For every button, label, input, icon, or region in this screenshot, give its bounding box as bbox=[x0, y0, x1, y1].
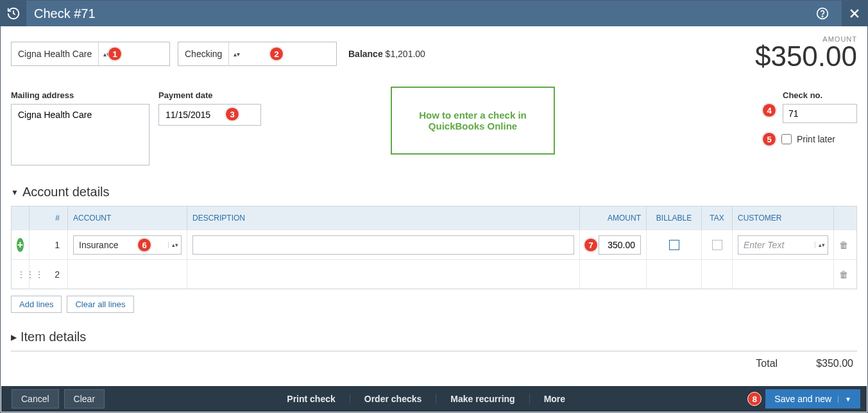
history-icon[interactable] bbox=[1, 1, 26, 26]
annotation-badge-3: 3 bbox=[225, 107, 239, 121]
chevron-down-icon[interactable]: ▼ bbox=[838, 396, 851, 403]
col-description: DESCRIPTION bbox=[187, 206, 580, 230]
mailing-address-label: Mailing address bbox=[11, 90, 149, 100]
account-details-grid: # ACCOUNT DESCRIPTION AMOUNT BILLABLE TA… bbox=[11, 206, 857, 289]
customer-select[interactable]: Enter Text ▴▾ bbox=[738, 235, 828, 255]
chevron-updown-icon: ▴▾ bbox=[168, 242, 181, 248]
balance-display: Balance $1,201.00 bbox=[348, 49, 425, 59]
mailing-address-field[interactable]: Cigna Health Care bbox=[11, 104, 149, 165]
print-later-label: Print later bbox=[797, 134, 835, 144]
clear-button[interactable]: Clear bbox=[64, 389, 105, 409]
col-amount: AMOUNT bbox=[580, 206, 647, 230]
total-row: Total $350.00 bbox=[11, 351, 857, 369]
account-value: Insurance bbox=[74, 240, 168, 250]
description-field[interactable] bbox=[192, 235, 574, 255]
col-billable: BILLABLE bbox=[647, 206, 702, 230]
item-details-title: Item details bbox=[21, 330, 86, 344]
amount-value: $350.00 bbox=[755, 40, 857, 72]
customer-placeholder: Enter Text bbox=[738, 240, 815, 250]
account-select[interactable]: Insurance ▴▾ bbox=[73, 235, 182, 255]
annotation-badge-7: 7 bbox=[584, 238, 598, 252]
close-icon[interactable] bbox=[842, 1, 867, 26]
window-title: Check #71 bbox=[26, 6, 816, 21]
annotation-badge-6: 6 bbox=[137, 238, 151, 252]
annotation-badge-2: 2 bbox=[269, 47, 284, 61]
caret-down-icon: ▼ bbox=[11, 188, 19, 197]
payee-value: Cigna Health Care bbox=[12, 49, 98, 59]
item-details-toggle[interactable]: ▶ Item details bbox=[11, 330, 857, 344]
tutorial-line2: QuickBooks Online bbox=[429, 121, 517, 131]
annotation-badge-1: 1 bbox=[108, 47, 122, 61]
total-label: Total bbox=[756, 358, 778, 369]
bank-account-value: Checking bbox=[178, 49, 228, 59]
help-icon[interactable] bbox=[816, 7, 842, 20]
clear-lines-button[interactable]: Clear all lines bbox=[67, 296, 133, 313]
trash-icon[interactable]: 🗑 bbox=[839, 269, 848, 280]
total-value: $350.00 bbox=[816, 358, 853, 369]
bottom-bar: Cancel Clear Print check Order checks Ma… bbox=[1, 386, 867, 412]
chevron-updown-icon: ▴▾ bbox=[815, 242, 828, 248]
table-row: ⋮⋮⋮ 2 🗑 bbox=[12, 259, 856, 289]
annotation-badge-8: 8 bbox=[747, 392, 762, 406]
print-check-link[interactable]: Print check bbox=[273, 394, 350, 404]
bank-account-select[interactable]: Checking 2 ▴▾ bbox=[178, 42, 337, 66]
amount-display: AMOUNT $350.00 bbox=[755, 35, 857, 72]
grid-header: # ACCOUNT DESCRIPTION AMOUNT BILLABLE TA… bbox=[12, 206, 856, 230]
balance-label: Balance bbox=[348, 49, 383, 59]
col-tax: TAX bbox=[702, 206, 733, 230]
annotation-badge-5: 5 bbox=[762, 132, 776, 146]
cancel-button[interactable]: Cancel bbox=[12, 389, 59, 409]
payment-date-field[interactable] bbox=[158, 104, 261, 126]
payment-date-label: Payment date bbox=[158, 90, 261, 100]
print-later-group: 5 Print later bbox=[783, 132, 857, 146]
save-button-label: Save and new bbox=[774, 394, 831, 404]
add-lines-button[interactable]: Add lines bbox=[11, 296, 62, 313]
col-account: ACCOUNT bbox=[68, 206, 187, 230]
balance-value: $1,201.00 bbox=[386, 49, 425, 59]
save-and-new-button[interactable]: Save and new ▼ bbox=[765, 389, 860, 409]
more-link[interactable]: More bbox=[530, 394, 579, 404]
annotation-badge-4: 4 bbox=[762, 103, 776, 117]
amount-field[interactable] bbox=[599, 235, 641, 255]
title-bar: Check #71 bbox=[1, 1, 867, 26]
svg-point-1 bbox=[822, 16, 822, 17]
chevron-updown-icon: ▴▾ bbox=[228, 42, 244, 65]
print-later-checkbox[interactable] bbox=[781, 134, 792, 144]
payee-select[interactable]: Cigna Health Care 1 ▴▾ bbox=[11, 42, 170, 66]
check-no-label: Check no. bbox=[783, 90, 857, 100]
row-num: 2 bbox=[30, 260, 68, 289]
col-customer: CUSTOMER bbox=[733, 206, 834, 230]
trash-icon[interactable]: 🗑 bbox=[839, 240, 848, 250]
check-no-field[interactable] bbox=[783, 104, 857, 123]
account-details-toggle[interactable]: ▼ Account details bbox=[11, 185, 857, 199]
col-num: # bbox=[30, 206, 68, 230]
tutorial-callout: How to enter a check in QuickBooks Onlin… bbox=[391, 87, 555, 155]
caret-right-icon: ▶ bbox=[11, 333, 17, 342]
tutorial-line1: How to enter a check in bbox=[419, 110, 527, 121]
tax-checkbox[interactable] bbox=[712, 240, 722, 250]
make-recurring-link[interactable]: Make recurring bbox=[436, 394, 529, 404]
order-checks-link[interactable]: Order checks bbox=[350, 394, 437, 404]
add-row-icon[interactable]: + bbox=[17, 238, 24, 252]
account-details-title: Account details bbox=[22, 185, 110, 199]
row-num: 1 bbox=[30, 230, 68, 259]
billable-checkbox[interactable] bbox=[669, 240, 679, 250]
table-row: + 1 Insurance ▴▾ 6 7 bbox=[12, 230, 856, 259]
